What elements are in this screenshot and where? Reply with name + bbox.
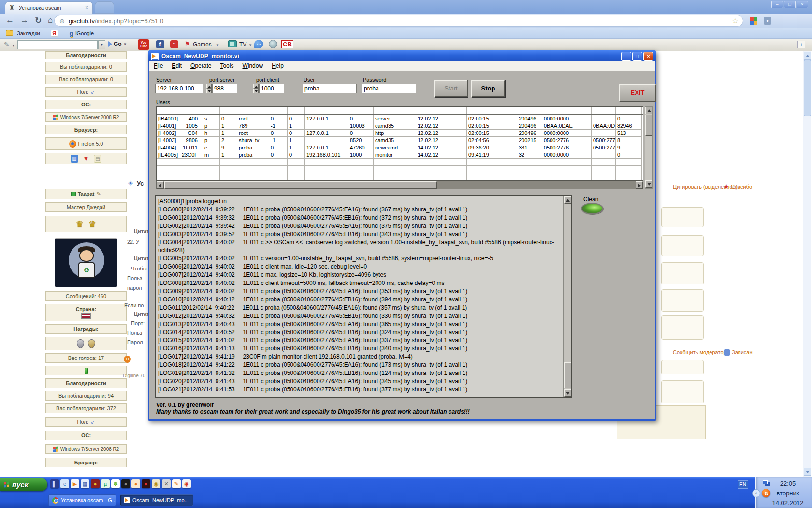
window-minimize-button[interactable]: –	[771, 1, 783, 8]
wheel-icon[interactable]: ◉	[152, 479, 160, 488]
scroll-down-icon[interactable]	[804, 468, 811, 476]
new-tab-button[interactable]	[95, 1, 114, 14]
port-client-spinner[interactable]	[253, 84, 259, 93]
toolbar-search-input[interactable]	[17, 40, 98, 49]
report-link[interactable]: Сообщить модератору	[673, 349, 729, 355]
table-row[interactable]: [I-4004]1E011 c 9 proba 0 1 127.0.0.1 47…	[157, 144, 643, 151]
wmp-icon[interactable]: ▶	[71, 479, 79, 488]
network-icon[interactable]	[763, 480, 768, 484]
scroll-right-icon[interactable]	[636, 181, 643, 189]
games-caret-icon[interactable]: ▼	[216, 43, 219, 47]
table-row[interactable]: [I-4002]C04 h 1 root 0 0 127.0.0.1 0 htt…	[157, 130, 643, 137]
avatar[interactable]: ♻	[55, 238, 117, 287]
save-icon[interactable]: ▦	[81, 479, 89, 488]
cb-icon[interactable]: CB	[281, 40, 293, 48]
close-button[interactable]: ×	[643, 52, 653, 61]
table-row[interactable]: [I-4001]1005 p 1 789 -1 1 10003 camd35 1…	[157, 122, 643, 130]
dice-icon[interactable]: ∷	[170, 40, 178, 48]
facebook-icon[interactable]: f	[156, 40, 164, 48]
menu-item[interactable]: Help	[267, 61, 288, 70]
toolbar-add-button[interactable]: +	[798, 41, 805, 48]
scroll-left-icon[interactable]	[157, 181, 164, 189]
window-maximize-button[interactable]: □	[784, 1, 796, 8]
tab-close-icon[interactable]: ×	[84, 4, 89, 11]
minimize-button[interactable]: –	[621, 52, 631, 61]
scroll-down-icon[interactable]	[645, 180, 652, 188]
youtube-icon[interactable]: YouTube	[138, 39, 149, 50]
reload-icon[interactable]: ↻	[35, 15, 42, 26]
palette-icon[interactable]	[750, 17, 757, 25]
window-close-button[interactable]: ×	[797, 1, 808, 8]
games-menu[interactable]: Games	[193, 41, 212, 48]
editor-icon[interactable]: ✎	[172, 479, 181, 488]
table-row[interactable]	[157, 173, 643, 180]
bookmark-igoogle[interactable]: iGoogle	[75, 30, 94, 36]
table-vscrollbar[interactable]	[645, 106, 653, 189]
stop-button[interactable]: Stop	[471, 80, 505, 97]
table-row[interactable]: [IB4000]400 s 0 root 0 0 127.0.0.1 0 ser…	[157, 115, 643, 122]
wrench-icon[interactable]: ●	[764, 17, 771, 25]
menu-item[interactable]: Tools	[216, 61, 238, 70]
port-server-input[interactable]	[212, 84, 237, 93]
sidebar-username[interactable]: Taapat✎	[45, 189, 127, 199]
webcam-icon[interactable]	[269, 40, 277, 48]
page-scroll-thumb[interactable]	[804, 60, 811, 116]
log-scrollbar[interactable]	[563, 196, 571, 397]
chat-icon[interactable]: …	[254, 40, 263, 48]
taskbar-button-browser[interactable]: Установка oscam - G...	[48, 494, 116, 506]
bookmark-star-icon[interactable]: ☆	[732, 17, 738, 25]
port-server-spinner[interactable]	[206, 84, 212, 93]
feather-icon[interactable]: ✎	[4, 41, 10, 48]
scroll-up-icon[interactable]	[804, 52, 811, 60]
logged-link[interactable]: Записан	[732, 349, 753, 355]
menu-item[interactable]: Operate	[186, 61, 216, 70]
page-scrollbar[interactable]	[803, 51, 811, 477]
thanks-link[interactable]: Спасибо	[731, 184, 752, 190]
blackball-icon[interactable]: ●	[121, 479, 130, 488]
scroll-down-icon[interactable]	[564, 389, 571, 397]
user-input[interactable]	[303, 84, 357, 93]
yandex-icon[interactable]: Я	[51, 30, 58, 37]
port-client-input[interactable]	[259, 84, 284, 93]
redball-icon[interactable]: ●	[91, 479, 100, 488]
clock[interactable]: 22:05 вторник 14.02.2012	[768, 479, 807, 508]
feather-caret-icon[interactable]: ▼	[12, 44, 15, 48]
search-dropdown-icon[interactable]: ▼	[98, 40, 105, 49]
taskbar-button-oscam-monitor[interactable]: Oscam_NewUDP_mo...	[120, 494, 193, 506]
table-hscroll-thumb[interactable]	[164, 181, 437, 189]
password-input[interactable]	[362, 84, 416, 93]
browser-tab[interactable]: ♜ Установка oscam ×	[5, 1, 93, 14]
scroll-up-icon[interactable]	[564, 196, 571, 204]
log-scroll-thumb[interactable]	[564, 362, 571, 388]
tray-chevron-icon[interactable]: ‹	[752, 489, 760, 497]
tv-menu[interactable]: TV	[239, 41, 246, 48]
forward-icon[interactable]: →	[20, 15, 29, 25]
go-button[interactable]: Go	[114, 41, 122, 47]
icq-icon[interactable]: ✽	[111, 479, 120, 488]
menu-item[interactable]: Window	[238, 61, 267, 70]
table-row[interactable]: [IE4005]23C0F m 1 proba 0 0 192.168.0.10…	[157, 151, 643, 159]
server-input[interactable]	[155, 84, 203, 93]
tools-icon[interactable]: ✕	[162, 479, 171, 488]
utorrent-icon[interactable]: µ	[101, 479, 110, 488]
table-scroll-thumb[interactable]	[645, 115, 652, 136]
firefox-icon[interactable]: ●	[131, 479, 140, 488]
chrome-icon[interactable]: ◉	[182, 479, 191, 488]
menu-item[interactable]: Edit	[167, 61, 186, 70]
media-classic-icon[interactable]: ▌	[50, 479, 59, 488]
table-row[interactable]: [I-4003]9806 p 2 shura_tv -1 1 8520 camd…	[157, 137, 643, 144]
clean-led-button[interactable]	[581, 203, 603, 214]
exit-button[interactable]: EXIT	[619, 84, 656, 102]
start-button[interactable]: пуск	[0, 478, 47, 491]
users-table[interactable]: [IB4000]400 s 0 root 0 0 127.0.0.1 0 ser…	[156, 106, 643, 181]
tv-caret-icon[interactable]: ▼	[248, 43, 252, 47]
gauge-icon[interactable]: ●	[142, 479, 150, 488]
table-row[interactable]	[157, 159, 643, 166]
back-icon[interactable]: ←	[6, 15, 14, 25]
ie-icon[interactable]: e	[60, 479, 69, 488]
log-output[interactable]: [AS0000]1|proba logged in[LOG000]2012/02…	[155, 195, 572, 398]
sidebar-profile-icons[interactable]: ▥ ♥ ▤	[45, 153, 127, 164]
menu-item[interactable]: File	[149, 61, 167, 70]
table-hscrollbar[interactable]	[156, 181, 643, 189]
address-bar[interactable]: ⊕ gisclub.tv /index.php?topic=6751.0 ☆	[54, 15, 743, 27]
